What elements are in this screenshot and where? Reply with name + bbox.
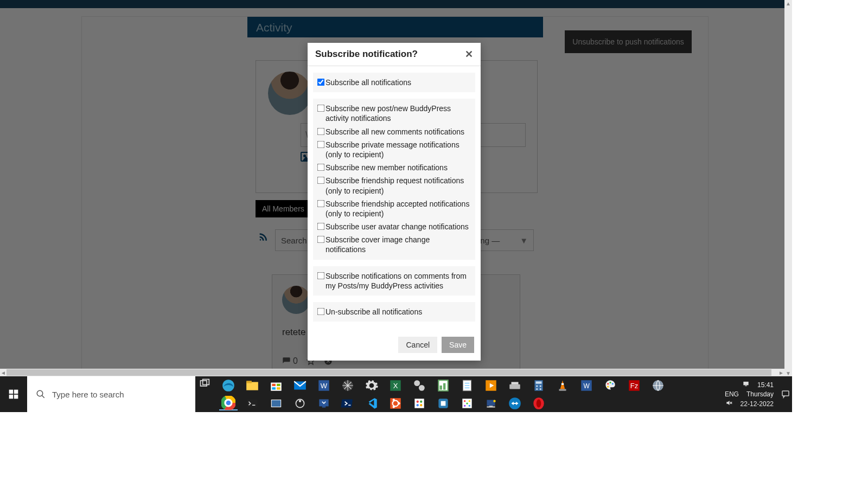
save-button[interactable]: Save [442, 337, 474, 353]
svg-rect-58 [271, 400, 280, 407]
modal-body: Subscribe all notifications Subscribe ne… [308, 66, 481, 331]
checkbox-cover-change[interactable] [317, 236, 325, 243]
file-explorer-icon[interactable] [243, 378, 261, 393]
scroll-down-arrow-icon[interactable]: ▼ [784, 370, 792, 376]
svg-point-79 [466, 402, 468, 404]
globe-icon[interactable] [649, 378, 667, 393]
checkbox-my-comments[interactable] [317, 272, 325, 279]
horizontal-scrollbar[interactable]: ◄ ► [0, 369, 784, 376]
tray-date: 22-12-2022 [741, 400, 774, 408]
modal-title: Subscribe notification? [315, 49, 418, 60]
msword-icon[interactable]: W [577, 378, 596, 393]
svg-text:Fz: Fz [630, 382, 639, 390]
search-placeholder: Type here to search [52, 390, 124, 399]
checkbox-all-comments[interactable] [317, 127, 325, 135]
app3-icon[interactable] [434, 396, 452, 410]
label-avatar-change: Subscribe user avatar change notificatio… [326, 222, 469, 232]
svg-rect-34 [512, 382, 519, 384]
task-view-button[interactable] [195, 376, 214, 390]
svg-rect-13 [272, 384, 276, 386]
svg-rect-91 [745, 386, 747, 386]
svg-rect-41 [561, 383, 564, 385]
terminal-icon[interactable] [243, 396, 261, 410]
system-tray[interactable]: 15:41 ENG Thursday 22-12-2022 [684, 376, 779, 412]
excel-icon[interactable]: X [386, 378, 405, 393]
close-icon[interactable]: ✕ [465, 48, 473, 60]
label-my-comments: Subscribe notifications on comments from… [326, 271, 471, 291]
paint-icon[interactable] [601, 378, 620, 393]
network-icon[interactable] [742, 380, 750, 389]
svg-point-23 [414, 380, 420, 386]
modal-footer: Cancel Save [308, 331, 481, 361]
svg-rect-36 [536, 381, 542, 383]
mail-icon[interactable] [291, 378, 309, 393]
powershell-icon[interactable] [339, 396, 357, 410]
settings-icon[interactable] [362, 378, 381, 393]
svg-point-73 [417, 404, 419, 406]
ubuntu-icon[interactable] [386, 396, 405, 410]
microsoft-store-icon[interactable] [267, 378, 285, 393]
filezilla-icon[interactable]: Fz [625, 378, 643, 393]
scroll-up-arrow-icon[interactable]: ▲ [784, 0, 792, 7]
checkbox-friend-accepted[interactable] [317, 200, 325, 207]
chrome-icon[interactable] [219, 396, 238, 410]
start-button[interactable] [0, 376, 27, 412]
svg-point-38 [540, 385, 541, 387]
calculator-icon[interactable] [529, 378, 548, 393]
vertical-scrollbar[interactable]: ▲ ▼ [784, 0, 792, 376]
svg-point-67 [398, 402, 400, 404]
svg-rect-57 [247, 399, 258, 407]
checkbox-friend-request[interactable] [317, 177, 325, 184]
services-icon[interactable] [410, 378, 429, 393]
scanner-icon[interactable] [506, 378, 524, 393]
cancel-button[interactable]: Cancel [398, 337, 437, 353]
app-icon[interactable] [339, 378, 357, 393]
putty-icon[interactable] [482, 396, 500, 410]
svg-rect-15 [272, 387, 276, 389]
scroll-left-arrow-icon[interactable]: ◄ [0, 369, 7, 376]
svg-point-71 [417, 401, 419, 403]
obs-icon[interactable] [291, 396, 309, 410]
teamviewer-icon[interactable] [506, 396, 524, 410]
checkbox-avatar-change[interactable] [317, 223, 325, 230]
checkbox-private-message[interactable] [317, 140, 325, 148]
vscode-icon[interactable] [362, 396, 381, 410]
checkbox-new-member[interactable] [317, 164, 325, 171]
checkbox-unsubscribe-all[interactable] [317, 308, 325, 316]
label-friend-accepted: Subscribe friendship accepted notificati… [326, 199, 471, 219]
tray-day: Thursday [746, 390, 774, 398]
svg-text:W: W [321, 382, 328, 390]
notepad-icon[interactable] [458, 378, 476, 393]
subscribe-modal: Subscribe notification? ✕ Subscribe all … [308, 43, 481, 361]
svg-point-68 [393, 399, 395, 401]
checkbox-subscribe-all[interactable] [317, 79, 325, 86]
window-icon[interactable] [267, 396, 285, 410]
svg-rect-4 [14, 395, 18, 399]
action-center-icon[interactable] [779, 376, 792, 412]
svg-point-80 [469, 405, 470, 407]
app2-icon[interactable] [410, 396, 429, 410]
opera-icon[interactable] [529, 396, 548, 410]
svg-point-86 [493, 400, 495, 402]
modal-header: Subscribe notification? ✕ [308, 43, 481, 66]
scroll-right-arrow-icon[interactable]: ► [778, 369, 784, 376]
vlc-icon[interactable] [553, 378, 572, 393]
scrollbar-thumb[interactable] [7, 369, 771, 376]
taskbar-search[interactable]: Type here to search [27, 376, 195, 412]
svg-point-78 [464, 400, 465, 402]
libreoffice-calc-icon[interactable] [434, 378, 452, 393]
word-icon[interactable]: W [315, 378, 333, 393]
svg-point-37 [536, 385, 538, 387]
svg-rect-8 [203, 380, 209, 385]
anydesk-icon[interactable] [315, 396, 333, 410]
volume-mute-icon[interactable] [725, 399, 733, 408]
svg-rect-63 [322, 406, 326, 407]
checkbox-new-post[interactable] [317, 105, 325, 112]
svg-rect-70 [414, 399, 424, 408]
edge-icon[interactable] [219, 378, 238, 393]
app4-icon[interactable] [458, 396, 476, 410]
svg-point-81 [469, 400, 470, 402]
svg-rect-90 [743, 382, 748, 385]
media-player-icon[interactable] [482, 378, 500, 393]
tray-lang[interactable]: ENG [725, 390, 739, 398]
